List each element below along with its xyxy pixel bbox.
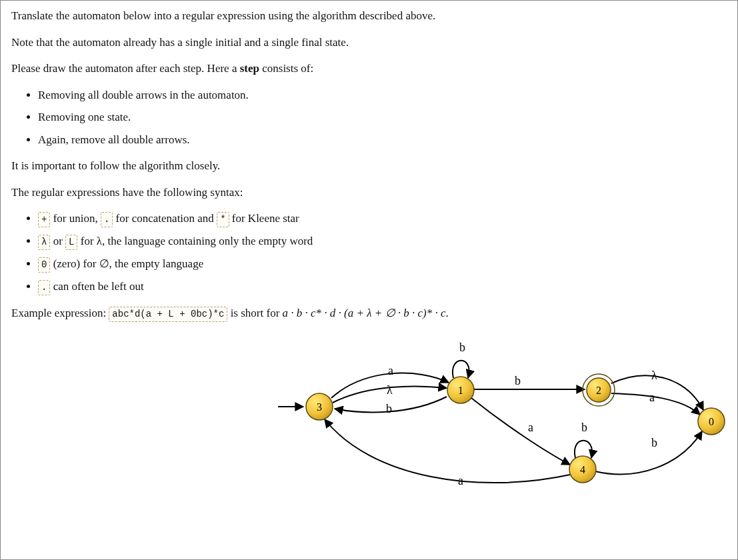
label-2-0-lambda: λ xyxy=(651,369,657,382)
label-1-1-b: b xyxy=(459,341,465,354)
example-explain-a: is short for xyxy=(227,307,282,319)
syntax-r2b: for λ, the language containing only the … xyxy=(77,235,313,247)
label-4-4-b: b xyxy=(581,421,587,434)
edge-2-0-a xyxy=(611,393,700,415)
example-code: abc*d(a + L + 0bc)*c xyxy=(109,307,227,322)
state-3: 3 xyxy=(306,393,333,420)
follow-line: It is important to follow the algorithm … xyxy=(11,157,727,175)
state-2: 2 xyxy=(583,374,615,406)
syntax-r1c: for Kleene star xyxy=(229,212,299,225)
state-4-label: 4 xyxy=(580,464,585,475)
step-3: Again, remove all double arrows. xyxy=(38,131,727,149)
steps-list: Removing all double arrows in the automa… xyxy=(11,87,727,149)
intro-3b: step xyxy=(240,62,259,75)
intro-line-3: Please draw the automaton after each ste… xyxy=(11,60,727,77)
label-2-0-a: a xyxy=(649,391,655,404)
syntax-r1a: for union, xyxy=(50,212,101,225)
syntax-row-2: λ or L for λ, the language containing on… xyxy=(38,233,727,250)
edge-1-1-b xyxy=(453,361,469,378)
syntax-r3a: (zero) for ∅, the empty language xyxy=(50,257,203,270)
label-3-1-a: a xyxy=(388,364,393,377)
label-3-1-lambda: λ xyxy=(387,383,393,397)
step-2: Removing one state. xyxy=(38,109,727,126)
example-math: a · b · c* · d · (a + λ + ∅ · b · c)* · … xyxy=(283,307,446,319)
step-1: Removing all double arrows in the automa… xyxy=(38,87,727,104)
edge-2-0-lambda xyxy=(611,375,703,410)
label-4-3-a: a xyxy=(458,474,463,487)
state-1-label: 1 xyxy=(458,385,463,396)
kbd-dot: . xyxy=(101,212,113,227)
syntax-r4a: can often be left out xyxy=(50,280,143,293)
intro-3c: consists of: xyxy=(259,62,313,75)
example-label: Example expression: xyxy=(11,307,109,319)
state-3-label: 3 xyxy=(317,401,322,413)
automaton-svg: a λ b b b a λ a xyxy=(11,331,728,491)
state-0: 0 xyxy=(698,408,725,435)
syntax-r1b: for concatenation and xyxy=(113,212,217,225)
syntax-intro-line: The regular expressions have the followi… xyxy=(11,184,727,201)
label-4-0-b: b xyxy=(651,436,657,449)
kbd-zero: 0 xyxy=(38,257,50,273)
intro-line-2: Note that the automaton already has a si… xyxy=(11,34,727,51)
state-1: 1 xyxy=(447,377,474,403)
kbd-dot2: . xyxy=(38,280,50,295)
state-0-label: 0 xyxy=(709,416,714,427)
automaton-diagram: a λ b b b a λ a xyxy=(11,331,728,491)
example-explain-c: . xyxy=(446,307,449,319)
label-1-4-a: a xyxy=(528,421,533,434)
page: Translate the automaton below into a reg… xyxy=(0,0,738,560)
kbd-plus: + xyxy=(38,212,50,227)
label-1-2-b: b xyxy=(515,374,521,387)
kbd-lambda: λ xyxy=(38,235,50,250)
kbd-L: L xyxy=(65,235,77,250)
syntax-row-3: 0 (zero) for ∅, the empty language xyxy=(38,255,727,273)
content-area: Translate the automaton below into a reg… xyxy=(1,1,737,491)
edge-4-0-b xyxy=(595,431,702,474)
example-line: Example expression: abc*d(a + L + 0bc)*c… xyxy=(11,305,727,322)
syntax-r2a: or xyxy=(50,235,65,247)
syntax-row-1: + for union, . for concatenation and * f… xyxy=(38,210,727,227)
syntax-row-4: . can often be left out xyxy=(38,278,727,295)
state-4: 4 xyxy=(569,456,596,483)
kbd-star: * xyxy=(217,212,229,227)
edge-4-4-b xyxy=(575,441,592,458)
label-1-3-b: b xyxy=(386,402,392,415)
edge-1-4-a xyxy=(471,398,570,465)
intro-line-1: Translate the automaton below into a reg… xyxy=(11,7,727,25)
state-2-label: 2 xyxy=(596,385,601,396)
syntax-list: + for union, . for concatenation and * f… xyxy=(11,210,727,295)
intro-3a: Please draw the automaton after each ste… xyxy=(11,62,240,75)
